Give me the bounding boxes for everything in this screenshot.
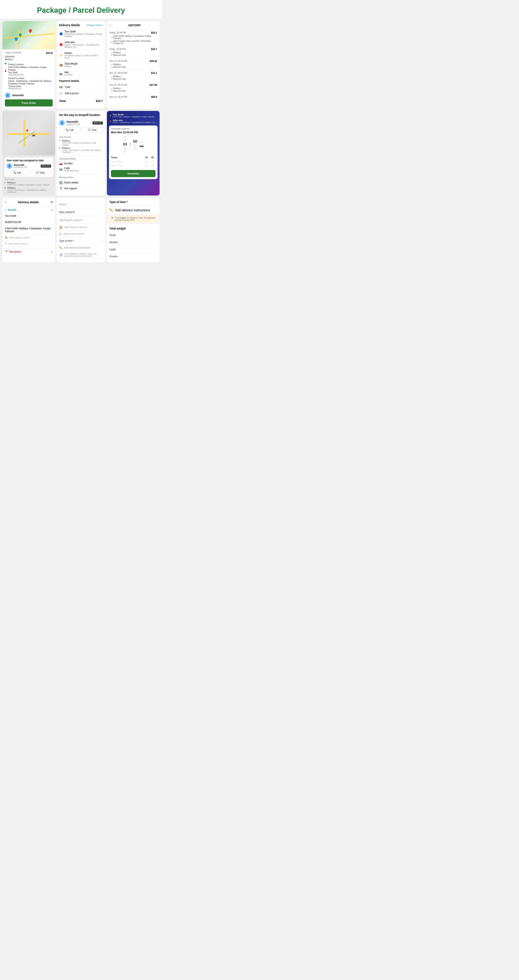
recipient-section: 📍 Recipient ∧ bbox=[2, 248, 55, 255]
change-address-link[interactable]: Change address bbox=[86, 24, 103, 26]
history-to-1: Manzoor Park bbox=[113, 54, 126, 56]
order-price: $33.8 bbox=[46, 51, 53, 54]
onway-phone-icon: 📞 bbox=[66, 129, 69, 131]
delivery-cover-field: 🛡️ To be eligible for Delivery Cover, th… bbox=[59, 251, 103, 259]
chat-button[interactable]: 💬 Chat bbox=[30, 170, 51, 175]
support-icon: ❓ bbox=[59, 187, 62, 190]
sender-header: ● Sender ∧ bbox=[5, 208, 53, 211]
sender-address-value: F44H+GW9, Malikpur, Faisalabad, Punjab, … bbox=[5, 227, 51, 233]
am-option: AM bbox=[140, 141, 143, 143]
history-item-5[interactable]: Nov-10, 05:18 PM $60.5 bbox=[107, 94, 159, 101]
get-support-item[interactable]: ❓ Get support bbox=[59, 186, 103, 191]
note-placeholder-text: Add a note to driver bbox=[8, 242, 27, 245]
onway-from-addr: F44H+GW9, Malikpur, Faisalabad, Punjab, … bbox=[62, 142, 103, 146]
today-label: Today bbox=[111, 156, 143, 159]
type-form-row[interactable]: Type of item * › bbox=[59, 237, 103, 245]
schedule-pickup-name: Tom Smith bbox=[113, 113, 155, 116]
phone-field[interactable]: 0301 2345678 bbox=[59, 208, 103, 216]
onway-chat-label: Chat bbox=[92, 129, 96, 131]
delivery-details-header: Delivery details Change address bbox=[57, 21, 105, 29]
onway-avatar: 👤 bbox=[59, 120, 65, 126]
page-title: Package / Parcel Delivery bbox=[0, 0, 162, 19]
pickup-block: Pickup Location F44H+GW9, Malikpur, Fais… bbox=[8, 64, 53, 76]
time-m-next2: 30 bbox=[134, 147, 137, 150]
instant-detail[interactable]: ⚡ Instant Immediate picked up. Delivery … bbox=[57, 50, 105, 61]
promo-chevron: › bbox=[102, 92, 103, 95]
name-placeholder: Name * bbox=[59, 203, 67, 206]
onway-call-button[interactable]: 📞 Call bbox=[59, 127, 80, 132]
rider-name: Alexsmith bbox=[14, 164, 27, 166]
vehicle-label: bike bbox=[64, 71, 100, 74]
share-details-item[interactable]: ↗️ Share details bbox=[59, 180, 103, 186]
back-button[interactable]: ‹ bbox=[109, 24, 110, 27]
sender-note-field[interactable]: ☰ Add a note to driver bbox=[5, 241, 53, 247]
history-item-1[interactable]: Today, 12:30 PM $33.7 ●Malikpur ●Manzoor… bbox=[107, 46, 159, 58]
note-placeholder-label: ☰ Add a note to driver bbox=[5, 242, 53, 245]
assigned-banner: Your order has assigned to rider 👤 Alexs… bbox=[5, 158, 53, 177]
weight-custom[interactable]: Custom bbox=[109, 253, 157, 260]
history-to-4: Manzoor Park bbox=[113, 90, 126, 92]
location-field[interactable]: Add Dropoff Location * bbox=[59, 216, 103, 224]
weight-detail[interactable]: 📦 Total Weight Medium › bbox=[57, 61, 105, 69]
call-button[interactable]: 📞 Call bbox=[6, 170, 28, 175]
history-item-0[interactable]: Today, 12:44 PM $53.2 ●F44H+GW9, Malikpu… bbox=[107, 30, 159, 46]
type-chevron: › bbox=[102, 239, 103, 242]
order-card: Today, 02:39 PM $33.8 Electronic Medium … bbox=[2, 21, 55, 108]
cash-label: Cash bbox=[65, 86, 100, 88]
delivery-instructions-row[interactable]: ✏️ Add delivery instructions bbox=[107, 206, 159, 214]
total-label: Total bbox=[59, 99, 65, 103]
day-today: Today 03 00 bbox=[111, 156, 156, 159]
recipient-chevron[interactable]: ∧ bbox=[51, 250, 53, 253]
history-item-3[interactable]: Nov-12, 09:44 AM $31.1 ●Malikpur ●Manzoo… bbox=[107, 70, 159, 82]
note-form-icon: ☰ bbox=[59, 232, 62, 235]
sender-floor-field[interactable]: 🏠 Add a floor or unit no. bbox=[5, 235, 53, 241]
tue-label: Tue 16 Nov bbox=[111, 160, 143, 163]
history-item-2[interactable]: Nov-12, 09:47 AM $39.42 ●Malikpur ●Manzo… bbox=[107, 58, 159, 70]
history-from-1: Malikpur bbox=[113, 51, 121, 54]
sender-chevron[interactable]: ∧ bbox=[51, 208, 53, 211]
pickup-name: Tom Smith bbox=[8, 71, 53, 74]
instant-chevron: › bbox=[102, 54, 103, 57]
to-detail: 🔴 John alex Lahore - Sheikhupura - Faisa… bbox=[57, 39, 105, 50]
floor-form-field[interactable]: 🏠 Add a floor or unit no. bbox=[59, 224, 103, 231]
pickup-phone: +92923007231799 bbox=[8, 74, 53, 76]
onway-chat-button[interactable]: 💬 Chat bbox=[82, 127, 103, 132]
booking-section: Booking Details 🚗 Go Mini 💵 Cash credit … bbox=[57, 156, 105, 175]
weight-medium[interactable]: Medium bbox=[109, 239, 157, 246]
trip-from-name: Malikpur bbox=[7, 181, 49, 184]
cash-booking-label: Cash bbox=[64, 167, 78, 170]
rider-info-row: 👤 Alexsmith Honda CD 125 AFH 707 bbox=[6, 163, 51, 169]
cash-item[interactable]: 💵 Cash › bbox=[59, 84, 103, 90]
dd-back-button[interactable]: ‹ bbox=[5, 200, 6, 204]
vehicle-detail[interactable]: 🏍️ bike cool bike › bbox=[57, 69, 105, 78]
name-field[interactable]: Name * bbox=[59, 200, 103, 208]
promo-item[interactable]: 🏷️ Add a promo › bbox=[59, 90, 103, 97]
weight-large[interactable]: Large bbox=[109, 246, 157, 253]
history-item-4[interactable]: Nov-12, 09:43 AM $27.99 ●Malikpur ●Manzo… bbox=[107, 82, 159, 94]
share-icon: ↗️ bbox=[59, 181, 62, 184]
day-wed: Wed 17 Nov 05 30 bbox=[111, 164, 156, 168]
delivery-instructions-field[interactable]: ✏️ Add delivery instructions bbox=[59, 245, 103, 251]
pencil-icon: ✏️ bbox=[59, 246, 62, 249]
dropoff-pin bbox=[28, 29, 33, 33]
hamburger-icon[interactable]: ≡ bbox=[51, 200, 53, 204]
type-form-label: Type of item * bbox=[59, 239, 74, 242]
time-picker: 01 02 03 04 05 : 00 15 30 AM PM bbox=[111, 136, 156, 153]
from-name: Tom Smith bbox=[64, 30, 103, 33]
dropoff-block: Dropoff Location Lahore - Sheikhupura - … bbox=[8, 77, 53, 90]
onway-from-name: Malikpur bbox=[62, 140, 103, 142]
track-order-button[interactable]: Track Order bbox=[5, 99, 53, 107]
note-form-field[interactable]: ☰ Add a note to driver bbox=[59, 231, 103, 237]
credit-label: credit remaining bbox=[64, 170, 78, 172]
cash-booking-item: 💵 Cash credit remaining bbox=[59, 166, 103, 173]
driver-name: Alexsmith bbox=[12, 94, 24, 97]
schedule-button[interactable]: Schedule bbox=[111, 170, 156, 177]
history-to-2: Manzoor Park bbox=[113, 66, 126, 68]
weight-small[interactable]: Small bbox=[109, 232, 157, 239]
instant-icon: ⚡ bbox=[59, 54, 63, 57]
from-icon: 🔵 bbox=[59, 32, 63, 35]
trip-to: ● Malikpur Lahore - Sheikhupura - Faisal… bbox=[5, 187, 53, 193]
tue-m: 15 bbox=[150, 160, 156, 163]
schedule-box: Schedule a ride for Mon Nov 15 03:04 PM … bbox=[109, 126, 158, 179]
go-mini-item: 🚗 Go Mini bbox=[59, 161, 103, 166]
